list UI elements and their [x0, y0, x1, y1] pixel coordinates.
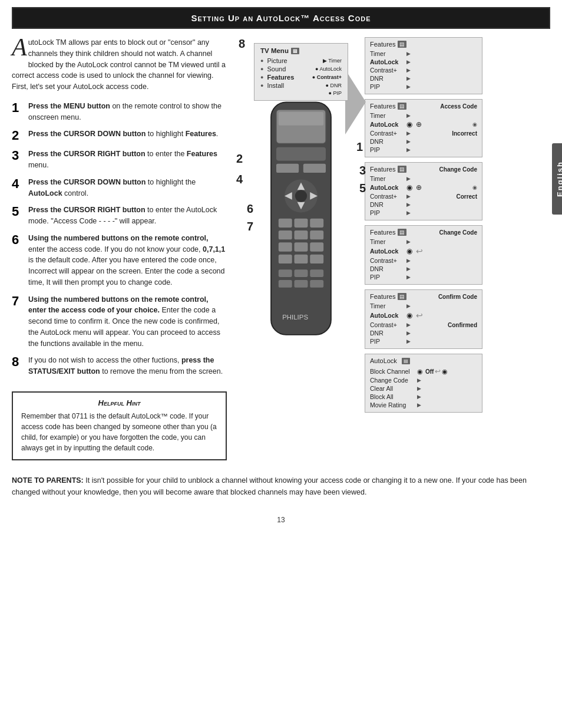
features-row-contrast-2: Contrast+▶ Incorrect	[370, 129, 477, 137]
svg-rect-21	[279, 255, 292, 263]
step-text-7: Using the numbered buttons on the remote…	[28, 294, 227, 350]
features-screen-2-title: Features ▤ Access Code	[370, 103, 477, 110]
access-code-label: Access Code	[440, 103, 477, 110]
features-icon-5: ▤	[398, 293, 406, 300]
features-screen-5-title: Features ▤ Confirm Code	[370, 293, 477, 300]
features-row-contrast-1: Contrast+▶	[370, 66, 477, 74]
change-code-label-4: Change Code	[439, 229, 477, 236]
hint-box: Helpful Hint Remember that 0711 is the d…	[12, 391, 227, 460]
autolock-menu-title: AutoLock ▤	[370, 357, 477, 364]
features-icon-1: ▤	[398, 41, 406, 48]
left-column: A utoLock TM allows par ents to block ou…	[12, 37, 227, 469]
features-row-pip-2: PIP▶	[370, 146, 477, 154]
step-number-5: 5	[12, 205, 25, 219]
step-text-1: Press the MENU button on the remote cont…	[28, 101, 227, 123]
step-6: 6 Using the numbered buttons on the remo…	[12, 233, 227, 288]
svg-rect-15	[279, 230, 292, 239]
svg-rect-29	[310, 280, 323, 288]
svg-rect-17	[310, 230, 323, 239]
step-number-4: 4	[12, 177, 25, 191]
features-row-pip-1: PIP▶	[370, 83, 477, 91]
remote-illustration: PHILIPS	[260, 98, 342, 338]
features-row-autolock-4: AutoLock ◉ ↩	[370, 246, 477, 256]
incorrect-label: Incorrect	[452, 130, 477, 137]
block-off-label: Off	[425, 368, 434, 375]
diag-label-8: 8	[239, 37, 245, 51]
svg-rect-23	[310, 255, 323, 263]
svg-point-11	[295, 190, 307, 202]
autolock-menu-box: AutoLock ▤ Block Channel ◉ Off ↩ ◉ Chang…	[365, 354, 482, 413]
change-code-label-3: Change Code	[439, 166, 477, 173]
features-row-timer-3: Timer▶	[370, 174, 477, 183]
tv-menu-item-features: ● Features ● Contrast+	[260, 73, 342, 81]
tv-menu-title: TV Menu ▤	[260, 47, 342, 54]
svg-rect-28	[295, 280, 308, 288]
features-row-dnr-4: DNR▶	[370, 265, 477, 273]
note-label: NOTE TO PARENTS:	[12, 476, 84, 485]
confirm-code-label: Confirm Code	[438, 294, 477, 300]
steps-list: 1 Press the MENU button on the remote co…	[12, 101, 227, 377]
features-row-dnr-5: DNR▶	[370, 329, 477, 337]
features-row-pip-3: PIP▶	[370, 209, 477, 217]
step-1: 1 Press the MENU button on the remote co…	[12, 101, 227, 123]
autolock-icon: ▤	[402, 358, 410, 364]
tv-menu-item-picture: ● Picture ▶ Timer	[260, 57, 342, 65]
step-number-2: 2	[12, 129, 25, 143]
features-row-autolock-1: AutoLock▶	[370, 58, 477, 66]
diag-label-3: 3	[359, 164, 366, 177]
svg-rect-22	[295, 255, 308, 263]
features-row-dnr-3: DNR▶	[370, 200, 477, 209]
step-number-3: 3	[12, 149, 25, 163]
features-screen-2: Features ▤ Access Code Timer▶ AutoLock ◉…	[365, 99, 482, 157]
intro-paragraph: A utoLock TM allows par ents to block ou…	[12, 37, 227, 93]
svg-text:PHILIPS: PHILIPS	[282, 314, 308, 321]
features-row-timer-2: Timer▶	[370, 111, 477, 120]
confirmed-label: Confirmed	[448, 322, 477, 328]
step-number-8: 8	[12, 355, 25, 369]
features-row-dnr-2: DNR▶	[370, 137, 477, 146]
svg-rect-4	[276, 164, 299, 173]
correct-label: Correct	[456, 193, 477, 200]
step-5: 5 Press the CURSOR RIGHT button to enter…	[12, 205, 227, 227]
svg-rect-2	[279, 112, 323, 126]
features-row-autolock-5: AutoLock ◉ ↩	[370, 310, 477, 321]
features-row-pip-5: PIP▶	[370, 337, 477, 345]
diag-label-2: 2	[236, 152, 243, 166]
autolock-row-movie-rating: Movie Rating ▶	[370, 401, 477, 409]
diag-label-4: 4	[236, 173, 243, 186]
features-screen-1: Features ▤ Timer▶ AutoLock▶ Contrast+▶ D…	[365, 37, 482, 94]
autolock-row-change-code: Change Code ▶	[370, 376, 477, 384]
features-row-autolock-2: AutoLock ◉ ⊕ ◉	[370, 120, 477, 129]
autolock-row-block-all: Block All ▶	[370, 393, 477, 401]
screens-column: Features ▤ Timer▶ AutoLock▶ Contrast+▶ D…	[359, 37, 482, 413]
drop-cap: A	[12, 35, 27, 60]
step-7: 7 Using the numbered buttons on the remo…	[12, 294, 227, 350]
tv-menu-icon: ▤	[291, 48, 299, 54]
svg-rect-13	[295, 219, 308, 228]
svg-rect-14	[310, 219, 323, 228]
svg-rect-20	[310, 242, 323, 251]
svg-rect-16	[295, 230, 308, 239]
features-screen-1-title: Features ▤	[370, 41, 477, 48]
features-screen-5: Features ▤ Confirm Code Timer▶ AutoLock …	[365, 289, 482, 349]
features-row-autolock-3: AutoLock ◉ ⊕ ◉	[370, 183, 477, 192]
svg-rect-3	[276, 147, 326, 161]
svg-rect-12	[279, 219, 292, 228]
step-text-6: Using the numbered buttons on the remote…	[28, 233, 227, 288]
right-column: 8 TV Menu ▤ ● Picture ▶ Timer ● Sound ● …	[236, 37, 550, 469]
step-text-3: Press the CURSOR RIGHT button to enter t…	[28, 149, 227, 171]
step-4: 4 Press the CURSOR DOWN button to highli…	[12, 177, 227, 199]
step-number-1: 1	[12, 101, 25, 115]
features-icon-2: ▤	[398, 103, 406, 110]
svg-rect-26	[310, 269, 323, 277]
intro-text: utoLock TM allows par ents to block out …	[12, 38, 226, 91]
features-screen-4: Features ▤ Change Code Timer▶ AutoLock ◉…	[365, 225, 482, 285]
features-row-timer-1: Timer▶	[370, 50, 477, 58]
step-text-2: Press the CURSOR DOWN button to highligh…	[28, 129, 218, 140]
step-8: 8 If you do not wish to access the other…	[12, 355, 227, 377]
tv-menu-item-sound: ● Sound ● AutoLock	[260, 65, 342, 73]
features-row-timer-5: Timer▶	[370, 302, 477, 310]
step-text-5: Press the CURSOR RIGHT button to enter t…	[28, 205, 227, 227]
step-number-6: 6	[12, 233, 25, 247]
features-row-pip-4: PIP▶	[370, 273, 477, 281]
